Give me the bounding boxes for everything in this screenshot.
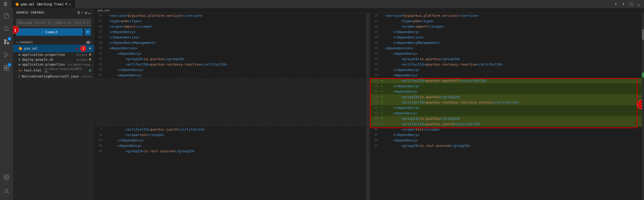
activity-source-control-icon[interactable]: 6 — [0, 35, 13, 48]
pom-xml-file-icon: 🔶 — [18, 47, 22, 50]
activity-search-icon[interactable] — [0, 22, 13, 35]
left-line-29: 29 </dependencyManagement> — [94, 40, 366, 46]
right-line-25: 25 <type>pom</type> — [370, 18, 642, 24]
activity-accounts-icon[interactable] — [0, 185, 13, 198]
right-line-47: 47 </dependency> — [370, 132, 642, 138]
native-greeting-filename: NativeGreetingResourceIT.java — [22, 75, 79, 78]
tab-close-button[interactable]: × — [69, 2, 71, 7]
svg-line-1 — [8, 30, 9, 31]
changes-chevron-icon: ▾ — [16, 41, 18, 44]
left-line-39: 39 </dependency> — [94, 138, 366, 143]
svg-point-3 — [4, 40, 6, 41]
diff-pane-left: 24 <version>${quarkus.platform.version}<… — [94, 13, 366, 200]
left-line-striped-7 — [94, 111, 366, 116]
svg-point-10 — [6, 176, 7, 178]
view-options-icon[interactable]: ⬛ — [628, 1, 634, 7]
sidebar-check-icon[interactable]: ✓ — [81, 10, 84, 15]
more-actions-icon[interactable]: … — [635, 1, 642, 7]
app-props-src-filename: application.properties — [22, 63, 65, 66]
file-item-deploy-sh[interactable]: $ deploy-people.sh scripts M — [13, 57, 94, 62]
sidebar-header: SOURCE CONTROL ≡ ✓ ↺ … — [13, 8, 94, 17]
left-line-striped-3 — [94, 89, 366, 94]
commit-dropdown-button[interactable]: ▾ — [85, 28, 91, 36]
right-line-33: 33 <artifactId>quarkus-resteasy-reactive… — [370, 62, 642, 67]
hamburger-icon[interactable]: ☰ — [2, 1, 9, 7]
tab-pom-xml[interactable]: 🔶 pom.xml (Working Tree) M × — [11, 0, 75, 9]
split-editor-icon[interactable]: ⬆ — [613, 1, 619, 7]
diff-pane-right: 3 24 <version>${quarkus.platform.version… — [370, 13, 642, 200]
app-props-icon: ≡ — [18, 53, 20, 57]
svg-point-0 — [4, 27, 8, 31]
breadcrumb: pom.xml — [94, 8, 644, 13]
annotation-2: 2 — [80, 46, 86, 51]
left-line-25: 25 <type>pom</type> — [94, 18, 366, 24]
file-item-app-props-src[interactable]: ≡ application.properties src/main/resou.… — [13, 62, 94, 67]
commit-message-input[interactable] — [16, 19, 91, 27]
left-line-38: 38 <scope>test</scope> — [94, 132, 366, 138]
right-line-24: 24 <version>${quarkus.platform.version}<… — [370, 13, 642, 18]
right-line-38: 38 + </dependency> — [370, 83, 642, 89]
activity-files-icon[interactable] — [0, 9, 13, 22]
right-line-43: 43 + <dependency> — [370, 111, 642, 116]
left-line-27: 27 </dependency> — [94, 29, 366, 35]
svg-rect-8 — [7, 68, 9, 70]
left-line-striped-5 — [94, 100, 366, 105]
right-line-30: 30 <dependencies> — [370, 46, 642, 51]
changes-count: 6 — [86, 41, 91, 44]
app-props-src-icon: ≡ — [18, 63, 20, 66]
left-line-striped-1 — [94, 78, 366, 83]
right-line-29: 29 </dependencyManagement> — [370, 40, 642, 46]
left-line-40: 40 <dependency> — [94, 143, 366, 149]
file-item-native-greeting[interactable]: J NativeGreetingResourceIT.java src/te..… — [13, 74, 94, 79]
right-line-45: 45 + <artifactId>quarkus-junit5</artifac… — [370, 121, 642, 127]
app-props-path: scripts — [76, 53, 87, 56]
code-lines-left: 24 <version>${quarkus.platform.version}<… — [94, 13, 366, 200]
commit-button-label: Commit — [45, 30, 58, 34]
file-item-pom-xml[interactable]: 🔶 pom.xml ← 2 M — [13, 45, 94, 52]
left-line-26: 26 <scope>import</scope> — [94, 24, 366, 29]
commit-check-icon: ✓ — [41, 30, 44, 34]
left-line-30: 30 <dependencies> — [94, 46, 366, 51]
right-line-32: 32 <groupId>io.quarkus</groupId> — [370, 56, 642, 62]
right-line-37: 37 + <artifactId>quarkus-openshift</arti… — [370, 78, 642, 83]
activity-run-icon[interactable] — [0, 48, 13, 61]
activity-extensions-icon[interactable]: 1 — [0, 61, 13, 74]
sidebar: SOURCE CONTROL ≡ ✓ ↺ … 1 ✓ Commit ▾ — [13, 8, 94, 200]
left-line-striped-2 — [94, 83, 366, 89]
source-control-badge: 6 — [8, 37, 11, 41]
svg-point-11 — [5, 189, 7, 191]
main-layout: 6 1 — [0, 8, 644, 200]
changes-label: Changes — [19, 41, 33, 44]
file-item-test-html[interactable]: <> test.html src/main/resources/META-IN.… — [13, 67, 94, 74]
changes-header[interactable]: ▾ Changes 6 — [13, 40, 94, 45]
test-html-filename: test.html — [24, 69, 41, 72]
open-changes-icon[interactable]: ⬇ — [620, 1, 627, 7]
right-line-44: 44 + <groupId>io.quarkus</groupId> — [370, 116, 642, 121]
svg-rect-6 — [4, 65, 6, 67]
right-scrollbar[interactable] — [642, 13, 644, 200]
activity-settings-icon[interactable] — [0, 171, 13, 184]
tab-modified-badge: M — [65, 2, 67, 6]
deploy-sh-filename: deploy-people.sh — [22, 58, 73, 62]
file-item-application-properties-scripts[interactable]: ≡ application.properties scripts M — [13, 52, 94, 57]
commit-button[interactable]: ✓ Commit — [16, 28, 83, 36]
annotation-1: 1 — [13, 26, 19, 34]
right-line-28: 28 </dependencies> — [370, 35, 642, 40]
svg-rect-9 — [4, 68, 6, 70]
native-greeting-path: src/te... — [81, 75, 94, 78]
sidebar-list-icon[interactable]: ≡ — [78, 10, 80, 15]
tab-label: pom.xml (Working Tree) — [21, 2, 64, 6]
right-line-49: 49 <groupId>io.rest-assured</groupId> — [370, 143, 642, 149]
xml-file-icon: 🔶 — [15, 2, 19, 6]
deploy-sh-icon: $ — [18, 58, 20, 62]
left-line-34: 34 </dependency> — [94, 67, 366, 73]
app-props-status: M — [89, 53, 91, 57]
commit-section: 1 ✓ Commit ▾ — [13, 17, 94, 39]
app-props-filename: application.properties — [22, 53, 73, 57]
right-line-48: 48 <dependency> — [370, 138, 642, 143]
left-line-striped-6 — [94, 105, 366, 111]
right-line-40: 40 + <groupId>io.quarkus</groupId> — [370, 94, 642, 100]
sidebar-more-icon[interactable]: … — [88, 10, 91, 15]
sidebar-refresh-icon[interactable]: ↺ — [85, 10, 87, 15]
changes-section: ▾ Changes 6 🔶 pom.xml ← 2 M ≡ applicatio… — [13, 39, 94, 80]
